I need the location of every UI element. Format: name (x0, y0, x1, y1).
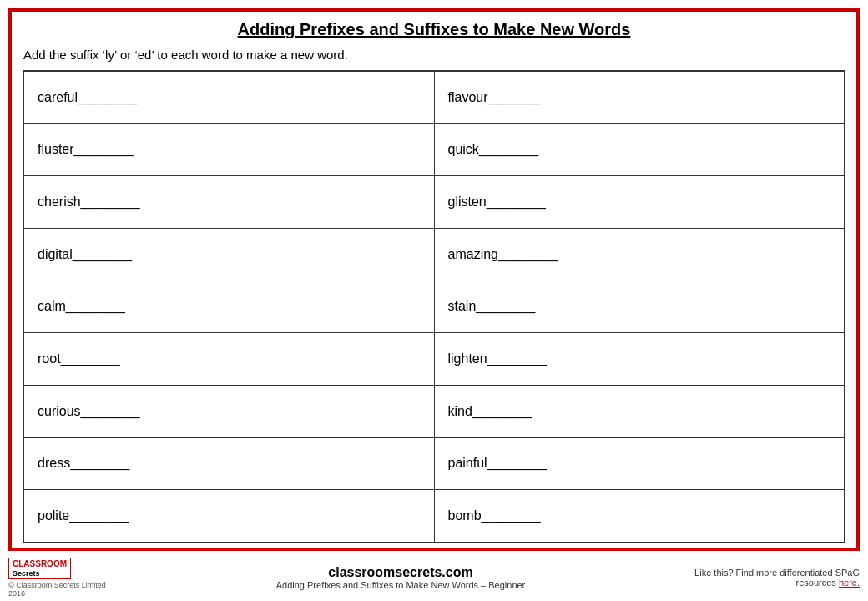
logo-text: CLASSROOM (13, 559, 67, 568)
word-left: calm________ (24, 280, 435, 333)
footer-right: Like this? Find more differentiated SPaG… (693, 568, 860, 588)
main-content: Adding Prefixes and Suffixes to Make New… (8, 8, 860, 551)
site-name: classroomsecrets.com (108, 565, 693, 580)
table-row: careful________flavour_______ (24, 71, 845, 124)
word-right: lighten________ (434, 333, 845, 386)
word-right: glisten________ (434, 175, 845, 228)
footer-logo: CLASSROOM Secrets (8, 558, 71, 579)
table-row: cherish________glisten________ (24, 175, 845, 228)
word-left: root________ (24, 333, 435, 386)
word-right: flavour_______ (434, 71, 845, 124)
word-left: digital________ (24, 228, 435, 280)
word-right: quick________ (434, 124, 845, 176)
word-left: dress________ (24, 437, 435, 490)
table-row: polite________bomb________ (24, 490, 845, 543)
table-row: root________lighten________ (24, 333, 845, 386)
word-right: kind________ (434, 385, 845, 437)
table-row: dress________painful________ (24, 437, 845, 490)
table-row: calm________stain________ (24, 280, 845, 333)
table-row: digital________amazing________ (24, 228, 845, 280)
word-right: amazing________ (434, 228, 845, 280)
word-left: fluster________ (24, 124, 435, 176)
footer-left: CLASSROOM Secrets © Classroom Secrets Li… (8, 558, 108, 598)
footer-copyright: © Classroom Secrets Limited 2016 (8, 581, 108, 598)
word-left: polite________ (24, 490, 435, 543)
table-row: fluster________quick________ (24, 124, 845, 176)
word-left: cherish________ (24, 175, 435, 228)
word-right: stain________ (434, 280, 845, 333)
word-left: curious________ (24, 385, 435, 437)
page-title: Adding Prefixes and Suffixes to Make New… (23, 20, 845, 39)
word-right: painful________ (434, 437, 845, 490)
words-table: careful________flavour_______fluster____… (23, 70, 845, 543)
word-left: careful________ (24, 71, 435, 124)
cta-text: Like this? Find more differentiated SPaG… (694, 568, 860, 588)
table-row: curious________kind________ (24, 385, 845, 437)
word-right: bomb________ (434, 490, 845, 543)
logo-sub: Secrets (13, 569, 40, 578)
footer-center: classroomsecrets.com Adding Prefixes and… (108, 565, 693, 590)
cta-link[interactable]: here. (839, 578, 860, 588)
footer: CLASSROOM Secrets © Classroom Secrets Li… (0, 554, 868, 601)
instruction: Add the suffix ‘ly’ or ‘ed’ to each word… (23, 48, 845, 62)
worksheet-name: Adding Prefixes and Suffixes to Make New… (108, 580, 693, 590)
